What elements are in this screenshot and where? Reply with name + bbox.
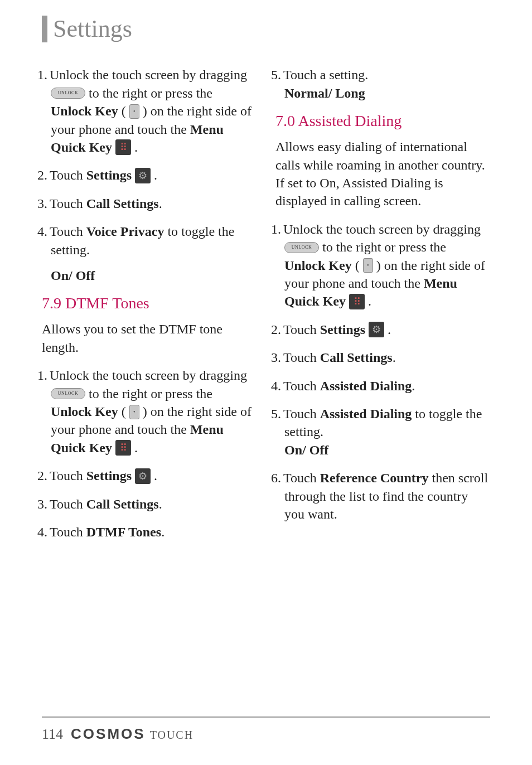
footer-rule	[42, 716, 490, 718]
menu-quick-key-icon	[115, 440, 131, 456]
ad-step-1: 1.Unlock the touch screen by dragging UN…	[271, 220, 490, 311]
page-number: 114	[42, 726, 63, 743]
dtmf-step-4: 4.Touch DTMF Tones.	[37, 523, 257, 541]
step-number: 4.	[37, 523, 50, 541]
settings-gear-icon: ⚙	[135, 168, 151, 183]
dtmf-description: Allows you to set the DTMF tone length.	[42, 320, 257, 356]
step-number: 4.	[37, 222, 50, 240]
step-number: 4.	[271, 377, 283, 395]
page-footer: 114 COSMOS TOUCH	[42, 716, 490, 743]
menu-quick-key-icon	[115, 139, 131, 155]
step-number: 1.	[37, 366, 50, 384]
brand-logo: COSMOS	[71, 725, 146, 743]
step-number: 2.	[271, 321, 283, 338]
ad-step-6: 6.Touch Reference Country then scroll th…	[271, 469, 490, 523]
dtmf-step-1: 1.Unlock the touch screen by dragging UN…	[37, 366, 257, 457]
dtmf-options: Normal/ Long	[271, 84, 490, 102]
step-number: 3.	[37, 495, 50, 513]
ad-description: Allows easy dialing of international cal…	[275, 138, 490, 210]
ad-step-2: 2.Touch Settings ⚙ .	[271, 321, 490, 338]
step-number: 5.	[271, 66, 283, 84]
dtmf-step-2: 2.Touch Settings ⚙ .	[37, 467, 257, 485]
section-assisted-dialing-heading: 7.0 Assisted Dialing	[275, 112, 490, 130]
unlock-key-icon	[129, 104, 139, 119]
brand-suffix: TOUCH	[150, 729, 194, 742]
left-column: 1.Unlock the touch screen by dragging UN…	[42, 66, 257, 551]
step-number: 3.	[37, 195, 50, 212]
unlock-slider-icon: UNLOCK	[284, 242, 319, 253]
step-number: 2.	[37, 166, 50, 184]
settings-gear-icon: ⚙	[369, 322, 384, 337]
dtmf-step-3: 3.Touch Call Settings.	[37, 495, 257, 513]
dtmf-step-5: 5.Touch a setting. Normal/ Long	[271, 66, 490, 102]
section-dtmf-heading: 7.9 DTMF Tones	[42, 294, 257, 312]
step-number: 1.	[271, 220, 283, 238]
vp-options: On/ Off	[37, 267, 257, 284]
step-number: 3.	[271, 348, 283, 366]
unlock-slider-icon: UNLOCK	[51, 88, 85, 99]
page-title: Settings	[53, 16, 132, 42]
step-number: 6.	[271, 469, 283, 487]
vp-step-4: 4.Touch Voice Privacy to toggle the sett…	[37, 222, 257, 284]
step-number: 5.	[271, 405, 283, 423]
page-title-wrap: Settings	[42, 16, 490, 42]
unlock-key-icon	[129, 405, 139, 419]
vp-step-2: 2.Touch Settings ⚙ .	[37, 166, 257, 184]
ad-options: On/ Off	[271, 441, 490, 459]
step-number: 1.	[37, 66, 50, 84]
settings-gear-icon: ⚙	[135, 468, 151, 484]
content-columns: 1.Unlock the touch screen by dragging UN…	[42, 66, 490, 551]
ad-step-4: 4.Touch Assisted Dialing.	[271, 377, 490, 395]
vp-step-1: 1.Unlock the touch screen by dragging UN…	[37, 66, 257, 156]
vp-step-3: 3.Touch Call Settings.	[37, 195, 257, 212]
ad-step-5: 5.Touch Assisted Dialing to toggle the s…	[271, 405, 490, 459]
step-number: 2.	[37, 467, 50, 485]
right-column: 5.Touch a setting. Normal/ Long 7.0 Assi…	[275, 66, 490, 551]
menu-quick-key-icon	[349, 294, 365, 309]
title-accent-bar	[42, 16, 47, 42]
unlock-key-icon	[363, 258, 373, 273]
ad-step-3: 3.Touch Call Settings.	[271, 348, 490, 366]
unlock-slider-icon: UNLOCK	[51, 388, 85, 399]
